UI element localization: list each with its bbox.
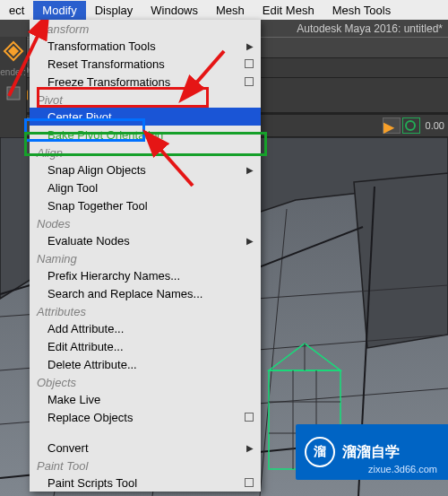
menubar: ect Modify Display Windows Mesh Edit Mes… [0, 0, 448, 20]
menu-display[interactable]: Display [86, 1, 142, 20]
watermark-domain: zixue.3d66.com [368, 464, 437, 474]
label: Transformation Tools [47, 39, 156, 53]
menu-section-transform: Transform [30, 20, 261, 37]
menu-mesh[interactable]: Mesh [207, 1, 254, 20]
label: Reset Transformations [47, 57, 165, 71]
menu-section-nodes: Nodes [30, 214, 261, 231]
toolbox: ender: [0, 37, 27, 137]
label: Replace Objects [47, 411, 133, 424]
menu-section-paint: Paint Tool [30, 457, 261, 474]
label: Bake Pivot Orientation [47, 128, 163, 142]
window-title: Autodesk Maya 2016: untitled* [297, 22, 443, 35]
menu-transformation-tools[interactable]: Transformation Tools▶ [30, 37, 261, 55]
option-box-icon[interactable] [245, 478, 254, 487]
menu-reset-transformations[interactable]: Reset Transformations [30, 55, 261, 73]
svg-marker-11 [8, 46, 19, 57]
modify-menu: Transform Transformation Tools▶ Reset Tr… [30, 20, 261, 492]
menu-snap-together-tool[interactable]: Snap Together Tool [30, 196, 261, 214]
menu-section-objects: Objects [30, 373, 261, 390]
menu-replace-objects[interactable]: Replace Objects [30, 408, 261, 426]
render-label: ender: [0, 67, 25, 77]
watermark: 溜 溜溜自学 zixue.3d66.com [296, 424, 448, 480]
menu-delete-attribute[interactable]: Delete Attribute... [30, 355, 261, 373]
watermark-logo-icon: 溜 [305, 437, 335, 467]
menu-modify[interactable]: Modify [33, 1, 85, 20]
label: Snap Together Tool [47, 199, 148, 213]
label: Convert [47, 441, 89, 455]
submenu-arrow-icon: ▶ [246, 41, 254, 51]
label: Search and Replace Names... [47, 287, 202, 300]
menu-mesh-tools[interactable]: Mesh Tools [323, 1, 401, 20]
menu-snap-align-objects[interactable]: Snap Align Objects▶ [30, 161, 261, 178]
menu-section-attributes: Attributes [30, 302, 261, 319]
menu-add-attribute[interactable]: Add Attribute... [30, 319, 261, 337]
menu-align-tool[interactable]: Align Tool [30, 178, 261, 196]
option-box-icon[interactable] [245, 413, 254, 422]
tool-button-1[interactable] [3, 83, 24, 104]
label: Make Live [47, 393, 100, 406]
menu-section-naming: Naming [30, 249, 261, 266]
option-box-icon[interactable] [245, 77, 254, 86]
menu-center-pivot[interactable]: Center Pivot [30, 108, 261, 126]
submenu-arrow-icon: ▶ [246, 443, 254, 453]
menu-section-pivot: Pivot [30, 91, 261, 108]
menu-edit-attribute[interactable]: Edit Attribute... [30, 337, 261, 355]
timeline-play-icon[interactable]: ▶ [383, 117, 401, 134]
maya-logo-icon[interactable] [3, 40, 24, 62]
timeline-value: 0.00 [426, 120, 444, 131]
svg-line-21 [260, 209, 287, 496]
svg-rect-12 [7, 87, 20, 100]
label: Paint Scripts Tool [47, 476, 137, 490]
menu-freeze-transformations[interactable]: Freeze Transformations [30, 73, 261, 91]
menu-edit-mesh[interactable]: Edit Mesh [254, 1, 323, 20]
label: Center Pivot [47, 110, 112, 124]
label: Delete Attribute... [47, 358, 137, 371]
menu-bake-pivot[interactable]: Bake Pivot Orientation [30, 126, 261, 144]
menu-prefix-hierarchy[interactable]: Prefix Hierarchy Names... [30, 266, 261, 284]
option-box-icon[interactable] [245, 59, 254, 68]
menu-evaluate-nodes[interactable]: Evaluate Nodes▶ [30, 231, 261, 249]
watermark-brand: 溜溜自学 [342, 443, 400, 462]
menu-search-replace[interactable]: Search and Replace Names... [30, 284, 261, 302]
label: Evaluate Nodes [47, 234, 130, 248]
submenu-arrow-icon: ▶ [246, 236, 254, 246]
svg-point-9 [406, 121, 415, 130]
label: Snap Align Objects [47, 163, 146, 177]
menu-make-live[interactable]: Make Live [30, 390, 261, 408]
menu-windows[interactable]: Windows [142, 1, 207, 20]
menu-section-align: Align [30, 144, 261, 161]
label: Edit Attribute... [47, 340, 124, 353]
timeline-loop-icon[interactable] [402, 117, 420, 134]
menu-paint-scripts-tool[interactable]: Paint Scripts Tool [30, 474, 261, 492]
label: Add Attribute... [47, 322, 124, 335]
label: Freeze Transformations [47, 75, 170, 89]
label: Prefix Hierarchy Names... [47, 269, 180, 283]
menu-convert[interactable]: Convert▶ [30, 439, 261, 457]
menu-select[interactable]: ect [0, 1, 33, 20]
submenu-arrow-icon: ▶ [246, 165, 254, 175]
label: Align Tool [47, 181, 98, 195]
